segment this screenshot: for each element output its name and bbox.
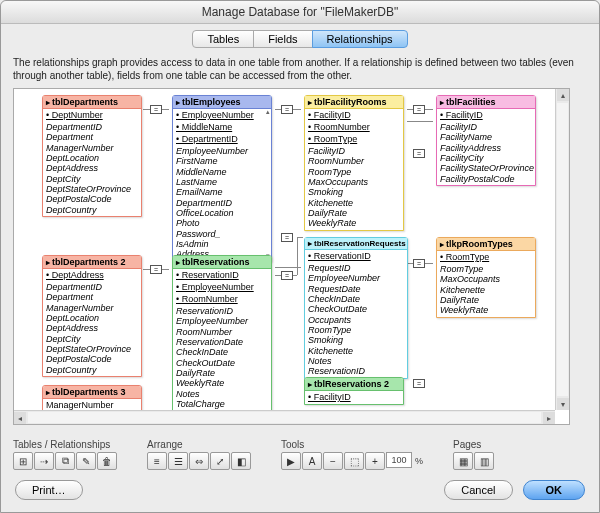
duplicate-button[interactable]: ⧉ [55, 452, 75, 470]
table-key: • FacilityID [305, 109, 403, 121]
table-tblFacilities[interactable]: tblFacilities • FacilityID FacilityIDFac… [436, 95, 536, 186]
table-key: • EmployeeNumber [173, 281, 271, 293]
pointer-tool-button[interactable]: ▶ [281, 452, 301, 470]
color-button[interactable]: ◧ [231, 452, 251, 470]
zoom-fit-button[interactable]: ⬚ [344, 452, 364, 470]
align-vert-button[interactable]: ☰ [168, 452, 188, 470]
zoom-unit: % [415, 456, 423, 466]
scroll-track[interactable] [28, 412, 541, 423]
table-tblReservationRequests[interactable]: tblReservationRequests • ReservationID R… [304, 237, 408, 379]
join-icon[interactable]: = [413, 149, 425, 158]
toolgroup-tools: Tools ▶ A − ⬚ + 100 % [281, 439, 423, 470]
table-key: • EmployeeNumber [173, 109, 271, 121]
table-title: tblDepartments 3 [43, 386, 141, 399]
table-key: • ReservationID [305, 250, 407, 262]
table-tblDepartments[interactable]: tblDepartments • DeptNumber DepartmentID… [42, 95, 142, 217]
distribute-button[interactable]: ⇔ [189, 452, 209, 470]
table-key: • DeptAddress [43, 269, 141, 281]
window-title: Manage Database for "FileMakerDB" [1, 1, 599, 24]
table-key: • DepartmentID [173, 133, 271, 145]
table-title: tblReservations 2 [305, 378, 403, 391]
scroll-up-icon[interactable]: ▴ [266, 108, 270, 116]
rel-line [407, 121, 433, 122]
note-tool-button[interactable]: A [302, 452, 322, 470]
table-tblReservations2[interactable]: tblReservations 2 • FacilityID [304, 377, 404, 405]
table-tblEmployees[interactable]: tblEmployees • EmployeeNumber • MiddleNa… [172, 95, 272, 262]
add-table-button[interactable]: ⊞ [13, 452, 33, 470]
delete-button[interactable]: 🗑 [97, 452, 117, 470]
table-fields: FacilityIDFacilityNameFacilityAddressFac… [437, 121, 535, 185]
table-key: • RoomNumber [305, 121, 403, 133]
table-title: tblDepartments 2 [43, 256, 141, 269]
table-fields: DepartmentIDDepartmentManagerNumberDeptL… [43, 121, 141, 216]
table-key: • RoomNumber [173, 293, 271, 305]
join-icon[interactable]: = [281, 105, 293, 114]
cancel-button[interactable]: Cancel [444, 480, 512, 500]
table-key: • RoomType [437, 251, 535, 263]
scroll-left-icon[interactable]: ◂ [14, 412, 26, 424]
vertical-scrollbar[interactable]: ▴ ▾ [555, 89, 569, 410]
table-tblFacilityRooms[interactable]: tblFacilityRooms • FacilityID • RoomNumb… [304, 95, 404, 231]
tab-fields[interactable]: Fields [253, 30, 312, 48]
table-fields: FacilityIDRoomNumberRoomTypeMaxOccupants… [305, 145, 403, 230]
scroll-up-icon[interactable]: ▴ [557, 89, 569, 101]
toolgroup-tables: Tables / Relationships ⊞ ⇢ ⧉ ✎ 🗑 [13, 439, 117, 470]
table-title: tlkpRoomTypes [437, 238, 535, 251]
scroll-track[interactable] [557, 103, 568, 396]
table-fields: EmployeeNumberFirstNameMiddleNameLastNam… [173, 145, 271, 261]
table-tblReservations[interactable]: tblReservations • ReservationID • Employ… [172, 255, 272, 411]
scroll-right-icon[interactable]: ▸ [543, 412, 555, 424]
dialog-footer: Print… Cancel OK [1, 470, 599, 512]
manage-database-window: Manage Database for "FileMakerDB" Tables… [0, 0, 600, 513]
toolgroup-label: Tools [281, 439, 423, 450]
join-icon[interactable]: = [281, 233, 293, 242]
align-left-button[interactable]: ≡ [147, 452, 167, 470]
tab-tables[interactable]: Tables [192, 30, 254, 48]
table-title: tblFacilityRooms [305, 96, 403, 109]
table-title: tblFacilities [437, 96, 535, 109]
table-title: tblEmployees [173, 96, 271, 109]
join-icon[interactable]: = [150, 105, 162, 114]
toolgroup-label: Pages [453, 439, 494, 450]
toolgroup-label: Tables / Relationships [13, 439, 117, 450]
table-tblDepartments2[interactable]: tblDepartments 2 • DeptAddress Departmen… [42, 255, 142, 377]
description-text: The relationships graph provides access … [13, 56, 587, 82]
table-tlkpRoomTypes[interactable]: tlkpRoomTypes • RoomType RoomTypeMaxOccu… [436, 237, 536, 318]
table-fields: RequestIDEmployeeNumberRequestDateCheckI… [305, 262, 407, 378]
join-icon[interactable]: = [413, 105, 425, 114]
table-title: tblReservations [173, 256, 271, 269]
relationships-canvas[interactable]: = = = = = = = = = tblDepartments • DeptN… [13, 88, 570, 425]
table-key: • FacilityID [437, 109, 535, 121]
table-key: • DeptNumber [43, 109, 141, 121]
resize-button[interactable]: ⤢ [210, 452, 230, 470]
content-area: The relationships graph provides access … [13, 56, 587, 425]
table-fields: DepartmentIDDepartmentManagerNumberDeptL… [43, 281, 141, 376]
scroll-down-icon[interactable]: ▾ [557, 398, 569, 410]
rel-line [297, 237, 298, 275]
table-key: • FacilityID [305, 391, 403, 403]
table-key: • ReservationID [173, 269, 271, 281]
join-icon[interactable]: = [150, 265, 162, 274]
zoom-value[interactable]: 100 [386, 452, 412, 468]
link-tables-button[interactable]: ⇢ [34, 452, 54, 470]
page-breaks-button[interactable]: ▦ [453, 452, 473, 470]
edit-button[interactable]: ✎ [76, 452, 96, 470]
join-icon[interactable]: = [413, 259, 425, 268]
table-title: tblReservationRequests [305, 238, 407, 250]
table-title: tblDepartments [43, 96, 141, 109]
ok-button[interactable]: OK [523, 480, 586, 500]
print-button[interactable]: Print… [15, 480, 83, 500]
tab-relationships[interactable]: Relationships [312, 30, 408, 48]
page-setup-button[interactable]: ▥ [474, 452, 494, 470]
toolgroup-label: Arrange [147, 439, 251, 450]
zoom-out-button[interactable]: − [323, 452, 343, 470]
toolbar: Tables / Relationships ⊞ ⇢ ⧉ ✎ 🗑 Arrange… [13, 439, 587, 470]
table-fields: RoomTypeMaxOccupantsKitchenetteDailyRate… [437, 263, 535, 317]
horizontal-scrollbar[interactable]: ◂ ▸ [14, 410, 555, 424]
toolgroup-arrange: Arrange ≡ ☰ ⇔ ⤢ ◧ [147, 439, 251, 470]
join-icon[interactable]: = [281, 271, 293, 280]
toolgroup-pages: Pages ▦ ▥ [453, 439, 494, 470]
zoom-in-button[interactable]: + [365, 452, 385, 470]
join-icon[interactable]: = [413, 379, 425, 388]
table-key: • MiddleName [173, 121, 271, 133]
